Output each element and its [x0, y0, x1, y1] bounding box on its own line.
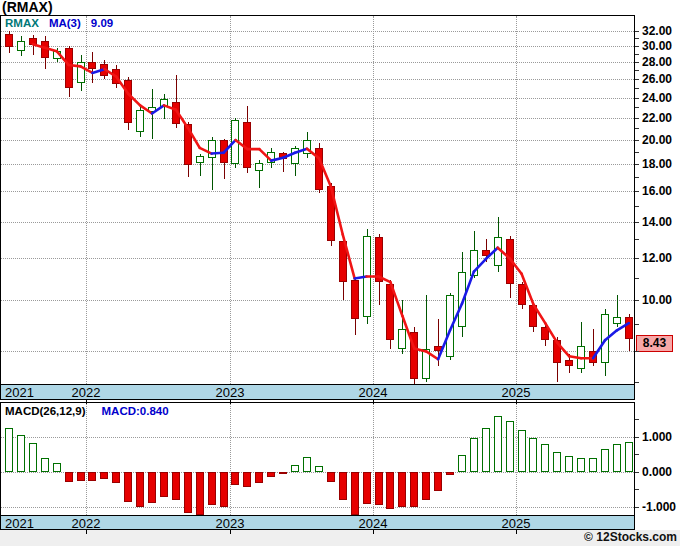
macd-bar	[172, 472, 180, 500]
candle-body	[196, 156, 204, 162]
macd-bar	[124, 472, 132, 502]
axis-tick	[635, 351, 639, 352]
candle-body	[112, 69, 120, 84]
macd-bar	[77, 472, 85, 481]
candle-wick	[152, 89, 153, 138]
macd-bar	[267, 472, 275, 477]
candle-body	[100, 64, 108, 77]
macd-yaxis: 1.0000.000-1.000	[635, 402, 680, 534]
axis-tick	[635, 152, 639, 153]
candle-body	[29, 38, 37, 46]
macd-bar	[506, 421, 514, 471]
axis-tick	[635, 128, 639, 129]
axis-tick	[635, 38, 639, 39]
axis-tick	[635, 107, 639, 108]
macd-bar	[160, 472, 168, 497]
axis-tick	[635, 300, 639, 301]
ma3-line	[1, 16, 634, 384]
candle-body	[77, 62, 85, 83]
macd-panel: MACD(26,12,9)MACD:0.840 2021202220232024…	[0, 402, 635, 530]
macd-bar	[375, 472, 383, 506]
candle-body	[279, 153, 287, 159]
candle-body	[553, 340, 561, 363]
candle-body	[363, 236, 371, 317]
macd-bar	[339, 472, 347, 500]
macd-bar	[220, 472, 228, 507]
candle-body	[494, 237, 502, 265]
candle-body	[291, 148, 299, 164]
y-axis-label: 14.00	[642, 215, 672, 229]
axis-tick	[635, 489, 639, 490]
gridline-h	[1, 222, 634, 223]
x-axis-year-label: 2021	[5, 385, 34, 400]
axis-tick	[516, 400, 517, 404]
gridline-h	[1, 46, 634, 47]
macd-bar	[529, 438, 537, 472]
macd-value-label: MACD:0.840	[102, 405, 169, 417]
axis-tick	[86, 530, 87, 534]
macd-bar	[148, 472, 156, 504]
candle-body	[482, 250, 490, 256]
macd-bar	[625, 442, 633, 471]
axis-tick	[635, 88, 639, 89]
macd-bar	[291, 465, 299, 472]
axis-tick	[635, 437, 639, 438]
candle-wick	[438, 319, 439, 366]
x-axis-year-label: 2021	[5, 516, 34, 531]
candle-body	[613, 317, 621, 325]
axis-tick	[516, 530, 517, 534]
axis-tick	[635, 79, 639, 80]
macd-bar	[112, 472, 120, 484]
y-axis-label: 20.00	[642, 133, 672, 147]
macd-bar	[398, 472, 406, 507]
gridline-v	[86, 16, 87, 384]
candle-body	[518, 284, 526, 304]
macd-bar	[446, 472, 454, 476]
macd-bar	[351, 472, 359, 515]
gridline-v	[516, 16, 517, 384]
candle-body	[446, 295, 454, 357]
axis-tick	[373, 400, 374, 404]
gridline-v	[230, 403, 231, 515]
candle-body	[589, 351, 597, 363]
candle-body	[17, 41, 25, 52]
gridline-v	[86, 403, 87, 515]
axis-tick	[373, 530, 374, 534]
macd-xaxis-band: 20212022202320242025	[1, 515, 634, 529]
axis-tick	[635, 222, 639, 223]
candle-body	[470, 250, 478, 276]
macd-bar	[458, 455, 466, 471]
gridline-h	[1, 258, 634, 259]
x-axis-year-label: 2024	[353, 516, 393, 531]
axis-tick	[635, 46, 639, 47]
bottom-strip	[0, 530, 680, 546]
axis-tick	[635, 164, 639, 165]
candle-body	[53, 51, 61, 60]
gridline-h	[1, 507, 634, 508]
legend-symbol: RMAX	[5, 17, 39, 29]
candle-body	[172, 102, 180, 124]
macd-bar	[231, 472, 239, 485]
axis-tick	[635, 382, 639, 383]
axis-tick	[635, 239, 639, 240]
candle-body	[422, 349, 430, 379]
candle-body	[243, 122, 251, 168]
macd-bar	[184, 472, 192, 514]
y-axis-label: 26.00	[642, 72, 672, 86]
macd-bar	[565, 456, 573, 472]
price-chart-panel: RMAXMA(3)9.09 20212022202320242025	[0, 15, 635, 400]
candle-body	[625, 317, 633, 340]
candle-body	[220, 140, 228, 163]
macd-bar	[589, 458, 597, 472]
axis-tick	[635, 54, 639, 55]
macd-bar	[327, 472, 335, 482]
y-axis-label: 32.00	[642, 24, 672, 38]
y-axis-label: 18.00	[642, 157, 672, 171]
candle-body	[434, 346, 442, 352]
gridline-v	[373, 16, 374, 384]
axis-tick	[230, 530, 231, 534]
price-plot-area: RMAXMA(3)9.09	[1, 16, 634, 384]
axis-tick	[635, 454, 639, 455]
stock-chart-page: (RMAX) RMAXMA(3)9.09 2021202220232024202…	[0, 0, 680, 546]
last-price-tag: 8.43	[636, 335, 673, 352]
